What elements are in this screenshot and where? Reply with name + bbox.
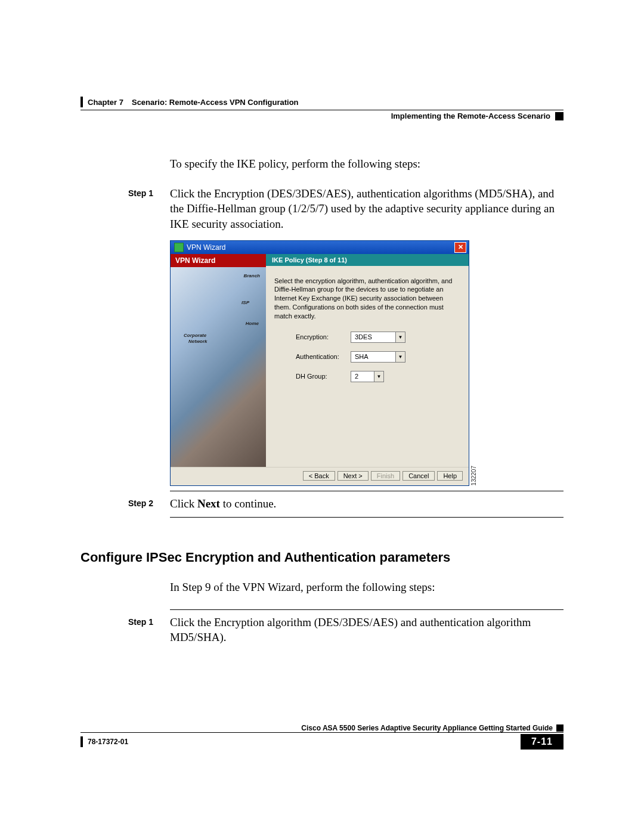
wizard-sidebar: VPN Wizard Branch ISP Home Corporate Net…	[171, 254, 266, 467]
page-number: 7-11	[521, 734, 564, 750]
authentication-label: Authentication:	[296, 353, 351, 360]
step-text: Click Next to continue.	[170, 496, 564, 512]
back-button[interactable]: < Back	[303, 471, 335, 481]
step-text: Click the Encryption algorithm (DES/3DES…	[170, 615, 564, 645]
chevron-down-icon[interactable]: ▼	[395, 352, 405, 362]
dh-group-label: DH Group:	[296, 373, 351, 380]
step-label: Step 2	[128, 496, 170, 512]
app-icon	[174, 243, 184, 252]
step-label: Step 1	[128, 615, 170, 645]
tag-branch: Branch	[243, 273, 260, 278]
step2-bold: Next	[197, 497, 220, 510]
tag-corporate: Corporate	[184, 333, 206, 338]
authentication-value: SHA	[351, 353, 395, 360]
page-header: Chapter 7 Scenario: Remote-Access VPN Co…	[80, 97, 564, 120]
footer-square-icon	[556, 724, 564, 732]
header-rule	[80, 110, 564, 110]
section-intro: In Step 9 of the VPN Wizard, perform the…	[170, 580, 564, 595]
tag-network: Network	[188, 339, 208, 344]
titlebar: VPN Wizard ✕	[171, 241, 469, 254]
step-divider	[170, 491, 564, 491]
step-row: Step 1 Click the Encryption (DES/3DES/AE…	[128, 186, 564, 232]
dh-group-combobox[interactable]: 2 ▼	[351, 371, 384, 382]
book-title: Cisco ASA 5500 Series Adaptive Security …	[301, 724, 553, 732]
finish-button: Finish	[371, 471, 400, 481]
wizard-sidebar-image: Branch ISP Home Corporate Network	[171, 267, 266, 467]
window-title: VPN Wizard	[187, 243, 225, 252]
header-bar-icon	[80, 97, 83, 107]
chevron-down-icon[interactable]: ▼	[395, 332, 405, 342]
figure-id: 132207	[470, 466, 477, 485]
vpn-wizard-figure: VPN Wizard ✕ VPN Wizard Branch ISP Home …	[170, 240, 564, 486]
wizard-button-row: < Back Next > Finish Cancel Help	[171, 467, 469, 485]
chapter-title: Scenario: Remote-Access VPN Configuratio…	[132, 98, 299, 107]
step-label: Step 1	[128, 186, 170, 232]
footer-rule	[80, 732, 564, 733]
section-title: Implementing the Remote-Access Scenario	[391, 112, 550, 120]
footer-bar-icon	[80, 736, 83, 747]
encryption-value: 3DES	[351, 333, 395, 340]
step-row: Step 1 Click the Encryption algorithm (D…	[128, 615, 564, 645]
tag-home: Home	[246, 321, 259, 326]
step-row: Step 2 Click Next to continue.	[128, 496, 564, 512]
page-footer: Cisco ASA 5500 Series Adaptive Security …	[80, 724, 564, 750]
tag-isp: ISP	[242, 300, 249, 305]
vpn-wizard-window: VPN Wizard ✕ VPN Wizard Branch ISP Home …	[170, 240, 469, 486]
close-icon[interactable]: ✕	[454, 242, 466, 253]
wizard-description: Select the encryption algorithm, authent…	[266, 266, 469, 326]
encryption-label: Encryption:	[296, 333, 351, 340]
authentication-combobox[interactable]: SHA ▼	[351, 351, 405, 363]
wizard-step-banner: IKE Policy (Step 8 of 11)	[266, 254, 469, 266]
chevron-down-icon[interactable]: ▼	[374, 371, 383, 382]
doc-number: 78-17372-01	[88, 738, 128, 746]
encryption-combobox[interactable]: 3DES ▼	[351, 332, 405, 343]
step2-suffix: to continue.	[220, 497, 276, 510]
step-divider	[170, 517, 564, 518]
intro-text: To specify the IKE policy, perform the f…	[170, 156, 564, 172]
wizard-sidebar-title: VPN Wizard	[171, 254, 266, 267]
next-button[interactable]: Next >	[338, 471, 369, 481]
header-square-icon	[555, 112, 564, 120]
step-divider	[170, 609, 564, 610]
step2-prefix: Click	[170, 497, 197, 510]
dh-group-value: 2	[351, 373, 374, 380]
cancel-button[interactable]: Cancel	[402, 471, 435, 481]
help-button[interactable]: Help	[437, 471, 463, 481]
step-text: Click the Encryption (DES/3DES/AES), aut…	[170, 186, 564, 232]
chapter-label: Chapter 7	[88, 98, 123, 107]
section-heading: Configure IPSec Encryption and Authentic…	[80, 550, 564, 565]
